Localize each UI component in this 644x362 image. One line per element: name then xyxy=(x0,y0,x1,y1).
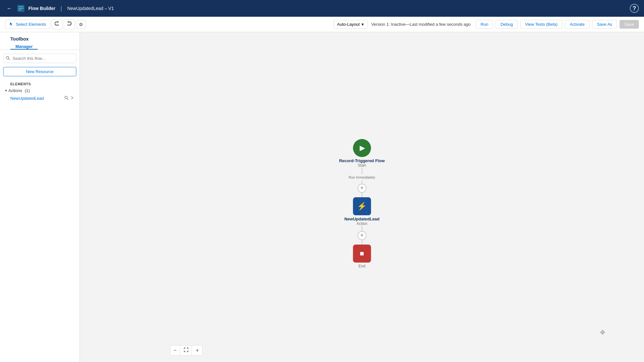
start-node-subtitle: Start xyxy=(339,163,385,168)
svg-rect-1 xyxy=(18,6,24,7)
svg-line-7 xyxy=(67,98,68,100)
app-title: Flow Builder xyxy=(28,6,55,11)
redo-icon xyxy=(67,22,72,27)
action-node-label: NewUpdatedLead Action xyxy=(344,217,379,226)
bolt-icon: ⚡ xyxy=(357,202,367,211)
add-button-2[interactable]: + xyxy=(357,231,366,240)
end-node-subtitle: End xyxy=(358,264,365,268)
redo-button[interactable] xyxy=(64,19,75,29)
manager-tab[interactable]: Manager xyxy=(10,43,38,50)
stop-icon: ■ xyxy=(360,249,364,258)
debug-button[interactable]: Debug xyxy=(496,20,517,29)
settings-icon: ⚙ xyxy=(79,22,83,27)
select-elements-button[interactable]: Select Elements xyxy=(5,20,50,29)
connector-line-1 xyxy=(362,168,362,174)
end-node[interactable]: ■ xyxy=(353,245,371,263)
action-node[interactable]: ⚡ xyxy=(353,197,371,215)
action-node-title: NewUpdatedLead xyxy=(344,217,379,221)
action-item-label[interactable]: NewUpdatedLead xyxy=(10,96,44,101)
app-icon xyxy=(17,5,24,12)
start-node-title: Record-Triggered Flow xyxy=(339,158,385,163)
search-input[interactable] xyxy=(3,54,76,63)
toolbox-title: Toolbox xyxy=(5,32,34,44)
canvas[interactable]: ▶ Record-Triggered Flow Start Run Immedi… xyxy=(80,32,644,362)
layout-button[interactable]: Auto-Layout ▾ xyxy=(334,20,367,29)
actions-chevron-icon: ▾ xyxy=(5,88,7,93)
tab-row: Manager xyxy=(0,43,80,50)
play-icon: ▶ xyxy=(360,144,365,152)
settings-button[interactable]: ⚙ xyxy=(76,20,86,29)
fit-view-icon xyxy=(184,348,188,353)
connector-line-4 xyxy=(362,226,362,231)
svg-rect-3 xyxy=(18,10,22,10)
action-item-icons xyxy=(64,96,74,101)
select-elements-label: Select Elements xyxy=(16,22,46,27)
help-icon: ? xyxy=(633,5,636,12)
status-message: Version 1: Inactive—Last modified a few … xyxy=(371,22,471,27)
run-label: Run xyxy=(481,22,488,27)
start-node-label: Record-Triggered Flow Start xyxy=(339,158,385,168)
debug-label: Debug xyxy=(500,22,513,27)
sidebar: Toolbox Manager New Resource ELEMENTS ▾ … xyxy=(0,32,80,362)
actions-count: (1) xyxy=(25,88,30,93)
status-text: Version 1: Inactive—Last modified a few … xyxy=(371,22,471,27)
actions-row[interactable]: ▾ Actions (1) xyxy=(0,87,80,94)
action-item: NewUpdatedLead xyxy=(0,94,80,102)
view-tests-button[interactable]: View Tests (Beta) xyxy=(520,20,563,29)
action-node-subtitle: Action xyxy=(344,221,379,226)
run-immediately-label: Run Immediately xyxy=(349,175,375,179)
back-button[interactable]: ← xyxy=(5,4,14,13)
new-resource-button[interactable]: New Resource xyxy=(3,67,76,76)
end-node-label: End xyxy=(358,264,365,268)
nav-divider: | xyxy=(61,5,62,12)
cursor-icon xyxy=(9,22,14,27)
save-label: Save xyxy=(624,22,634,27)
actions-label: Actions xyxy=(8,88,22,93)
drag-cursor-icon: ✥ xyxy=(600,329,605,336)
start-node[interactable]: ▶ xyxy=(353,139,371,157)
action-item-arrow-icon[interactable] xyxy=(70,96,74,101)
svg-rect-2 xyxy=(18,8,24,9)
flow-name: NewUpdatedLead – V1 xyxy=(67,6,114,11)
layout-chevron-icon: ▾ xyxy=(362,22,364,27)
connector-line-3 xyxy=(362,193,362,197)
view-tests-label: View Tests (Beta) xyxy=(525,22,558,27)
fit-view-button[interactable] xyxy=(181,346,192,355)
add-button-1[interactable]: + xyxy=(357,184,366,193)
save-button[interactable]: Save xyxy=(620,20,639,29)
activate-button[interactable]: Activate xyxy=(565,20,589,29)
search-box xyxy=(3,54,76,63)
toolbar: Select Elements ⚙ Auto-Layout ▾ Version … xyxy=(0,17,644,32)
run-immediately-connector: Run Immediately + xyxy=(349,168,375,197)
connector-line-5 xyxy=(362,240,362,245)
save-as-button[interactable]: Save As xyxy=(592,20,617,29)
action-end-connector: + xyxy=(357,226,366,245)
elements-title: ELEMENTS xyxy=(5,81,36,87)
zoom-in-button[interactable]: + xyxy=(193,346,202,355)
layout-label: Auto-Layout xyxy=(337,22,360,27)
help-button[interactable]: ? xyxy=(630,4,639,13)
action-node-wrapper: ⚡ NewUpdatedLead Action xyxy=(344,197,379,226)
undo-button[interactable] xyxy=(52,19,62,29)
zoom-out-button[interactable]: − xyxy=(170,346,180,355)
connector-line-2 xyxy=(362,181,362,184)
undo-icon xyxy=(54,22,60,27)
end-node-wrapper: ■ End xyxy=(353,245,371,268)
top-nav: ← Flow Builder | NewUpdatedLead – V1 ? xyxy=(0,0,644,17)
svg-line-5 xyxy=(9,59,10,60)
action-item-search-icon[interactable] xyxy=(64,96,69,101)
zoom-controls: − + xyxy=(170,345,203,356)
activate-label: Activate xyxy=(570,22,584,27)
run-button[interactable]: Run xyxy=(476,20,493,29)
back-icon: ← xyxy=(6,5,12,12)
flow-diagram: ▶ Record-Triggered Flow Start Run Immedi… xyxy=(339,139,385,268)
main-area: Toolbox Manager New Resource ELEMENTS ▾ … xyxy=(0,32,644,362)
start-node-wrapper: ▶ Record-Triggered Flow Start xyxy=(339,139,385,168)
search-icon xyxy=(6,56,10,61)
save-as-label: Save As xyxy=(597,22,612,27)
